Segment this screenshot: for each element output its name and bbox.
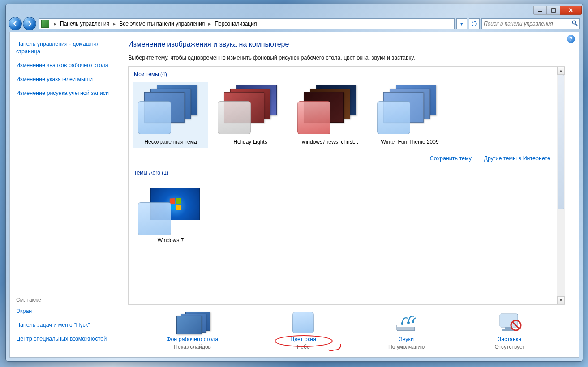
help-button[interactable]: ?: [567, 35, 575, 43]
maximize-button[interactable]: [547, 6, 560, 15]
themes-list: Мои темы (4) Несохраненная темаHoliday L…: [128, 66, 565, 305]
theme-label: Winter Fun Theme 2009: [381, 139, 438, 145]
desktop-background-icon: [176, 312, 210, 333]
setting-link[interactable]: Звуки: [399, 336, 414, 342]
theme-item[interactable]: windows7news_christ...: [292, 82, 368, 148]
theme-preview: [376, 85, 443, 134]
search-icon: [572, 20, 578, 27]
search-box[interactable]: [481, 18, 580, 29]
navbar: ▸ Панель управления ▸ Все элементы панел…: [6, 17, 583, 31]
theme-links: Сохранить тему Другие темы в Интернете: [133, 153, 552, 168]
scroll-up-button[interactable]: ▲: [557, 67, 565, 75]
refresh-button[interactable]: [469, 18, 480, 29]
sidebar-taskbar-link[interactable]: Панель задач и меню "Пуск": [16, 321, 116, 329]
my-themes-header: Мои темы (4): [134, 71, 552, 77]
chevron-right-icon: ▸: [206, 21, 214, 27]
control-panel-window: ▸ Панель управления ▸ Все элементы панел…: [5, 4, 583, 362]
settings-row: Фон рабочего столаПоказ слайдовЦвет окна…: [128, 305, 565, 353]
search-input[interactable]: [484, 21, 572, 27]
svg-rect-0: [538, 11, 542, 12]
back-button[interactable]: [9, 17, 22, 30]
close-button[interactable]: [560, 6, 582, 15]
online-themes-link[interactable]: Другие темы в Интернете: [484, 155, 550, 162]
chevron-right-icon: ▸: [110, 21, 118, 27]
sidebar-account-picture-link[interactable]: Изменение рисунка учетной записи: [16, 90, 116, 97]
sidebar: Панель управления - домашняя страница Из…: [10, 32, 122, 357]
scroll-thumb[interactable]: [558, 75, 564, 209]
screensaver-icon: [493, 312, 527, 333]
svg-point-7: [412, 320, 414, 323]
setting-link[interactable]: Заставка: [498, 336, 522, 342]
annotation-tail: [328, 344, 342, 351]
svg-point-2: [572, 21, 575, 24]
theme-preview: [217, 85, 284, 134]
sounds-icon: [390, 312, 424, 333]
main-pane: ? Изменение изображения и звука на компь…: [122, 32, 579, 357]
forward-arrow-icon: [26, 21, 33, 27]
setting-value: По умолчанию: [388, 344, 425, 350]
svg-point-6: [407, 321, 410, 324]
window-color-icon: [286, 312, 320, 333]
theme-item[interactable]: Winter Fun Theme 2009: [372, 82, 447, 148]
sidebar-home-link[interactable]: Панель управления - домашняя страница: [16, 40, 116, 55]
sidebar-mouse-pointers-link[interactable]: Изменение указателей мыши: [16, 76, 116, 83]
svg-rect-1: [552, 9, 555, 12]
page-description: Выберите тему, чтобы одновременно измени…: [128, 55, 565, 61]
titlebar: [6, 4, 583, 17]
breadcrumb-item[interactable]: Персонализация: [214, 21, 258, 27]
sidebar-desktop-icons-link[interactable]: Изменение значков рабочего стола: [16, 62, 116, 69]
see-also-heading: См. также: [16, 297, 116, 303]
theme-preview: [137, 184, 204, 233]
breadcrumb[interactable]: ▸ Панель управления ▸ Все элементы панел…: [39, 18, 455, 29]
minimize-button[interactable]: [533, 6, 547, 15]
setting-value: Отсутствует: [494, 344, 524, 350]
setting-bg[interactable]: Фон рабочего столаПоказ слайдов: [167, 312, 219, 350]
maximize-icon: [551, 8, 556, 13]
setting-link[interactable]: Цвет окна: [290, 336, 316, 342]
theme-label: windows7news_christ...: [302, 139, 358, 145]
setting-link[interactable]: Фон рабочего стола: [167, 336, 219, 342]
theme-label: Holiday Lights: [233, 139, 267, 145]
scroll-down-button[interactable]: ▼: [557, 296, 565, 304]
minimize-icon: [538, 8, 542, 13]
theme-preview: [296, 85, 364, 134]
recent-pages-dropdown[interactable]: ▾: [456, 18, 467, 29]
forward-button[interactable]: [23, 17, 36, 30]
setting-saver[interactable]: ЗаставкаОтсутствует: [493, 312, 527, 350]
sidebar-display-link[interactable]: Экран: [16, 307, 116, 315]
setting-color[interactable]: Цвет окнаНебо: [286, 312, 320, 350]
theme-item[interactable]: Несохраненная тема: [133, 82, 208, 148]
scrollbar[interactable]: ▲ ▼: [557, 67, 565, 304]
setting-value: Показ слайдов: [174, 344, 211, 350]
svg-rect-4: [397, 324, 415, 327]
theme-label: Несохраненная тема: [144, 139, 197, 145]
page-title: Изменение изображения и звука на компьют…: [128, 40, 565, 48]
content-pane: Панель управления - домашняя страница Из…: [9, 32, 579, 358]
breadcrumb-item[interactable]: Панель управления: [59, 21, 110, 27]
aero-themes-header: Темы Aero (1): [134, 170, 552, 176]
setting-value: Небо: [297, 344, 310, 350]
save-theme-link[interactable]: Сохранить тему: [430, 155, 472, 162]
control-panel-icon: [41, 20, 49, 28]
theme-item[interactable]: Holiday Lights: [213, 82, 288, 148]
breadcrumb-item[interactable]: Все элементы панели управления: [118, 21, 206, 27]
theme-label: Windows 7: [158, 237, 184, 243]
sidebar-ease-of-access-link[interactable]: Центр специальных возможностей: [16, 335, 116, 343]
chevron-right-icon: ▸: [51, 21, 59, 27]
svg-point-5: [401, 322, 403, 325]
refresh-icon: [472, 21, 477, 26]
back-arrow-icon: [12, 21, 18, 27]
window-controls: [533, 6, 582, 15]
close-icon: [568, 8, 573, 13]
theme-preview: [137, 85, 204, 134]
theme-item[interactable]: Windows 7: [133, 180, 208, 247]
setting-sound[interactable]: ЗвукиПо умолчанию: [388, 312, 425, 350]
